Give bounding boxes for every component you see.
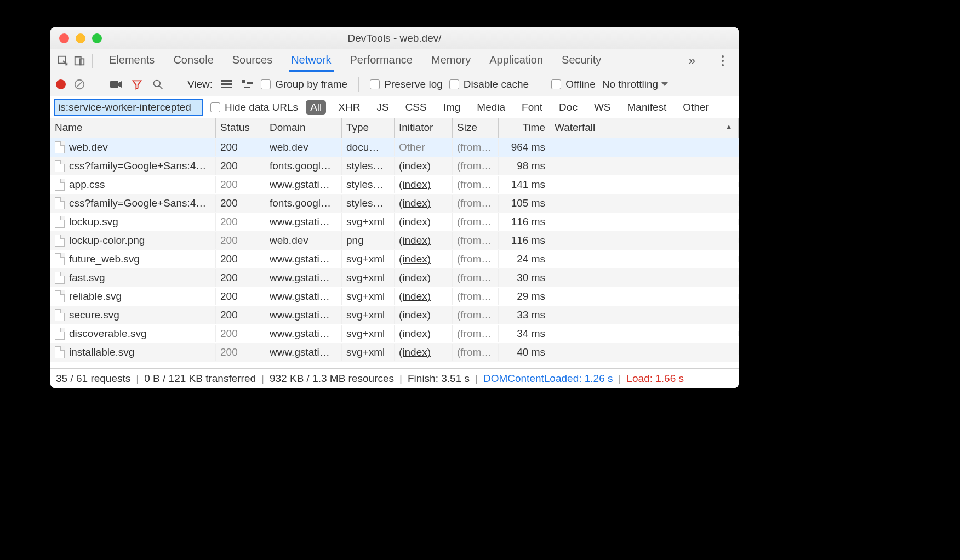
svg-rect-12 (247, 82, 253, 84)
disable-cache-label: Disable cache (464, 78, 529, 90)
col-header-size[interactable]: Size (453, 118, 499, 138)
cell-initiator[interactable]: (index) (395, 325, 453, 342)
cell-time: 98 ms (499, 157, 550, 175)
cell-domain: www.gstati… (265, 250, 342, 268)
camera-icon[interactable] (109, 77, 123, 92)
cell-initiator[interactable]: (index) (395, 250, 453, 268)
hide-data-urls-checkbox[interactable]: Hide data URLs (210, 101, 298, 113)
separator (176, 77, 176, 92)
tab-application[interactable]: Application (487, 49, 545, 72)
disable-cache-checkbox[interactable]: Disable cache (449, 78, 529, 90)
preserve-log-checkbox[interactable]: Preserve log (370, 78, 443, 90)
file-icon (55, 197, 65, 209)
col-header-name[interactable]: Name (50, 118, 216, 138)
col-header-status[interactable]: Status (216, 118, 265, 138)
filter-type-css[interactable]: CSS (401, 100, 431, 115)
cell-initiator[interactable]: (index) (395, 176, 453, 193)
filter-type-all[interactable]: All (306, 100, 326, 115)
cell-time: 964 ms (499, 139, 550, 156)
cell-initiator[interactable]: (index) (395, 213, 453, 231)
cell-initiator[interactable]: (index) (395, 157, 453, 175)
request-row[interactable]: discoverable.svg200www.gstati…svg+xml(in… (50, 324, 739, 343)
request-row[interactable]: future_web.svg200www.gstati…svg+xml(inde… (50, 250, 739, 268)
filter-input[interactable] (54, 99, 203, 116)
request-row[interactable]: fast.svg200www.gstati…svg+xml(index)(fro… (50, 268, 739, 287)
status-bar: 35 / 61 requests | 0 B / 121 KB transfer… (50, 368, 739, 388)
col-header-domain[interactable]: Domain (265, 118, 342, 138)
request-row[interactable]: app.css200www.gstati…styles…(index)(from… (50, 175, 739, 194)
file-icon (55, 290, 65, 302)
cell-time: 105 ms (499, 195, 550, 212)
cell-initiator[interactable]: (index) (395, 344, 453, 361)
cell-waterfall (550, 312, 739, 318)
request-row[interactable]: installable.svg200www.gstati…svg+xml(ind… (50, 343, 739, 362)
svg-rect-11 (242, 80, 245, 83)
col-header-initiator[interactable]: Initiator (395, 118, 453, 138)
search-icon[interactable] (151, 77, 165, 92)
large-rows-icon[interactable] (219, 77, 233, 92)
group-by-frame-label: Group by frame (275, 78, 347, 90)
inspect-icon[interactable] (55, 53, 71, 69)
tab-sources[interactable]: Sources (230, 49, 275, 72)
request-row[interactable]: css?family=Google+Sans:4…200fonts.googl…… (50, 157, 739, 175)
filter-type-ws[interactable]: WS (590, 100, 615, 115)
svg-line-4 (76, 81, 83, 88)
network-toolbar: View: Group by frame Preserve log Disabl… (50, 72, 739, 96)
file-icon (55, 160, 65, 172)
file-icon (55, 253, 65, 265)
cell-type: styles… (342, 176, 395, 193)
clear-icon[interactable] (72, 77, 87, 92)
tab-memory[interactable]: Memory (429, 49, 473, 72)
tab-network[interactable]: Network (289, 49, 333, 72)
cell-waterfall (550, 238, 739, 243)
cell-waterfall (550, 294, 739, 299)
tab-performance[interactable]: Performance (348, 49, 415, 72)
cell-time: 34 ms (499, 325, 550, 342)
request-row[interactable]: css?family=Google+Sans:4…200fonts.googl…… (50, 194, 739, 213)
cell-initiator[interactable]: (index) (395, 288, 453, 305)
filter-type-doc[interactable]: Doc (555, 100, 582, 115)
group-by-frame-checkbox[interactable]: Group by frame (261, 78, 347, 90)
request-row[interactable]: lockup.svg200www.gstati…svg+xml(index)(f… (50, 213, 739, 231)
filter-type-media[interactable]: Media (472, 100, 510, 115)
offline-checkbox[interactable]: Offline (551, 78, 596, 90)
grid-header: Name Status Domain Type Initiator Size T… (50, 118, 739, 138)
cell-initiator[interactable]: (index) (395, 195, 453, 212)
tab-elements[interactable]: Elements (107, 49, 157, 72)
cell-type: svg+xml (342, 250, 395, 268)
request-row[interactable]: lockup-color.png200web.devpng(index)(fro… (50, 231, 739, 250)
throttling-select[interactable]: No throttling (602, 78, 668, 90)
cell-initiator[interactable]: (index) (395, 306, 453, 324)
svg-point-6 (154, 80, 161, 87)
record-icon[interactable] (56, 79, 66, 89)
overview-icon[interactable] (240, 77, 254, 92)
filter-icon[interactable] (130, 77, 144, 92)
more-tabs-button[interactable]: » (679, 54, 705, 68)
col-header-waterfall[interactable]: Waterfall (550, 118, 739, 138)
request-row[interactable]: secure.svg200www.gstati…svg+xml(index)(f… (50, 306, 739, 324)
request-row[interactable]: reliable.svg200www.gstati…svg+xml(index)… (50, 287, 739, 306)
request-row[interactable]: web.dev200web.devdocu…Other(from …964 ms (50, 138, 739, 157)
col-header-time[interactable]: Time (499, 118, 550, 138)
filter-type-js[interactable]: JS (372, 100, 393, 115)
tab-console[interactable]: Console (171, 49, 215, 72)
filter-type-font[interactable]: Font (517, 100, 547, 115)
file-icon (55, 141, 65, 153)
tab-security[interactable]: Security (559, 49, 603, 72)
cell-initiator[interactable]: (index) (395, 232, 453, 249)
file-icon (55, 235, 65, 247)
request-name: reliable.svg (69, 290, 122, 302)
kebab-menu-icon[interactable] (715, 55, 731, 66)
titlebar: DevTools - web.dev/ (50, 27, 739, 49)
window-title: DevTools - web.dev/ (50, 32, 739, 44)
filter-type-other[interactable]: Other (678, 100, 713, 115)
device-toggle-icon[interactable] (71, 53, 88, 69)
filter-type-img[interactable]: Img (439, 100, 465, 115)
request-name: installable.svg (69, 346, 134, 358)
cell-initiator[interactable]: (index) (395, 269, 453, 287)
cell-size: (from … (453, 344, 499, 361)
filter-type-xhr[interactable]: XHR (334, 100, 364, 115)
filter-type-manifest[interactable]: Manifest (623, 100, 671, 115)
cell-size: (from … (453, 176, 499, 193)
col-header-type[interactable]: Type (342, 118, 395, 138)
